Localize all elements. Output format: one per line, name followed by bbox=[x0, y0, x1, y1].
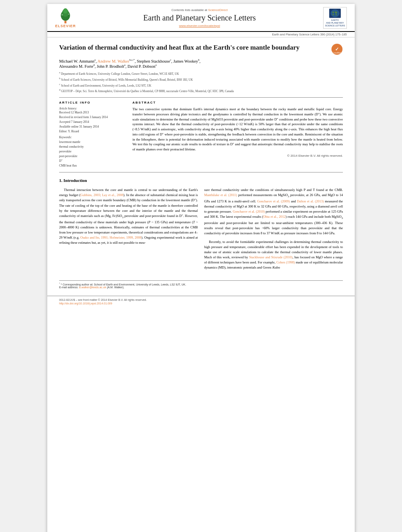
ref-ohta[interactable]: Ohta et al., 2012 bbox=[263, 215, 286, 219]
affiliation-item: d GEOTOP – Dépt. Sci. Terre & Atmosphère… bbox=[59, 88, 343, 93]
section-introduction: 1. Introduction Thermal interaction betw… bbox=[59, 178, 343, 271]
section-1-heading: 1. Introduction bbox=[59, 178, 343, 183]
abstract-column: ABSTRACT The two convective systems that… bbox=[132, 101, 343, 168]
received-date: Received 12 March 2013 bbox=[59, 111, 126, 114]
author-walker[interactable]: Andrew M. Walker bbox=[97, 59, 129, 63]
page-footer: 0012-821X/$ – see front matter © 2014 El… bbox=[47, 296, 355, 310]
keyword-item: lowermost mantle bbox=[59, 140, 126, 145]
abstract-text: The two convective systems that dominate… bbox=[132, 107, 343, 152]
available-date: Available online 31 January 2014 bbox=[59, 125, 126, 128]
keyword-item: post-perovskite bbox=[59, 154, 126, 159]
affiliation-item: c School of Earth and Environment, Unive… bbox=[59, 82, 343, 88]
copyright-line: © 2014 Elsevier B.V. All rights reserved… bbox=[132, 154, 343, 158]
ref-dalton[interactable]: Dalton et al. (2013) bbox=[297, 199, 324, 203]
accepted-date: Accepted 7 January 2014 bbox=[59, 120, 126, 124]
author-brodholt: John P. Brodholt bbox=[97, 64, 124, 68]
sciencedirect-link[interactable]: ScienceDirect bbox=[208, 8, 227, 12]
earth-journal-logo: EARTHAND PLANETARYSCIENCE LETTERS bbox=[323, 7, 347, 29]
ref-manthilake[interactable]: Manthilake et al. (2011) bbox=[204, 193, 237, 197]
revised-date: Received in revised form 3 January 2014 bbox=[59, 115, 126, 119]
history-label: Article history: bbox=[59, 107, 126, 110]
keyword-item: thermal conductivity bbox=[59, 145, 126, 149]
svg-text:✓: ✓ bbox=[335, 46, 339, 52]
ref-gubbins-2003[interactable]: Gubbins, 2003; bbox=[80, 193, 101, 197]
svg-rect-0 bbox=[65, 20, 67, 23]
ref-osako[interactable]: Osako and Ito, 1991; bbox=[80, 235, 109, 239]
elsevier-wordmark: ELSEVIER bbox=[55, 24, 76, 28]
journal-header: ELSEVIER Contents lists available at Sci… bbox=[47, 4, 355, 32]
keyword-item: CMB heat flux bbox=[59, 163, 126, 168]
author-forte: Alessandro M. Forte bbox=[59, 64, 93, 68]
keywords-label: Keywords: bbox=[59, 135, 126, 139]
article-title: Variation of thermal conductivity and he… bbox=[59, 43, 327, 52]
keywords-list: lowermost mantlethermal conductivitypero… bbox=[59, 140, 126, 168]
ref-stackhouse[interactable]: Stackhouse and Stixrude (2010) bbox=[249, 255, 292, 259]
editor: Editor: Y. Ricard bbox=[59, 130, 126, 133]
ref-lay-2008[interactable]: Lay et al., 2008 bbox=[102, 193, 123, 197]
doi-line[interactable]: http://dx.doi.org/10.1016/j.epsl.2014.01… bbox=[59, 302, 343, 305]
author-dobson: David P. Dobson bbox=[127, 64, 155, 68]
author-stackhouse: Stephen Stackhouse bbox=[137, 59, 170, 63]
svg-text:CrossMark: CrossMark bbox=[332, 52, 342, 54]
earth-logo-text: EARTHAND PLANETARYSCIENCE LETTERS bbox=[325, 19, 345, 27]
article-info-abstract: ARTICLE INFO Article history: Received 1… bbox=[59, 101, 343, 168]
author-wookey: James Wookey bbox=[173, 59, 198, 63]
email-line: E-mail address: a.walker@leeds.ac.uk (A.… bbox=[59, 286, 343, 289]
article-content: Variation of thermal conductivity and he… bbox=[47, 37, 355, 276]
email-link[interactable]: a.walker@leeds.ac.uk bbox=[79, 286, 106, 289]
intro-col2-para2: Recently, to avoid the formidable experi… bbox=[204, 239, 343, 271]
author-ammann: Michael W. Ammann bbox=[59, 59, 95, 63]
ref-goncharov-2010[interactable]: Goncharov et al. (2010) bbox=[233, 209, 264, 213]
page: ELSEVIER Contents lists available at Sci… bbox=[47, 4, 355, 532]
contents-text: Contents lists available at ScienceDirec… bbox=[80, 8, 319, 12]
intro-col-left: Thermal interaction between the core and… bbox=[59, 187, 198, 271]
intro-col2-para1: sure thermal conductivity under the cond… bbox=[204, 187, 343, 236]
journal-title: Earth and Planetary Science Letters bbox=[80, 13, 319, 22]
volume-info: Earth and Planetary Science Letters 390 … bbox=[47, 32, 355, 37]
ref-hofmeister[interactable]: Hofmeister, 1999, 2008 bbox=[110, 235, 141, 239]
ref-cohen[interactable]: Cohen (1998) bbox=[276, 260, 295, 264]
crossmark-badge[interactable]: ✓ CrossMark bbox=[331, 43, 343, 55]
intro-two-col: Thermal interaction between the core and… bbox=[59, 187, 343, 271]
svg-point-4 bbox=[61, 14, 63, 15]
intro-col-right: sure thermal conductivity under the cond… bbox=[204, 187, 343, 271]
journal-url[interactable]: www.elsevier.com/locate/epsl bbox=[80, 24, 319, 28]
footnote-star: * * Corresponding author at: School of E… bbox=[59, 282, 343, 286]
title-section: Variation of thermal conductivity and he… bbox=[59, 43, 343, 55]
affiliation-item: a Department of Earth Sciences, Universi… bbox=[59, 70, 343, 76]
keyword-item: D″ bbox=[59, 159, 126, 163]
svg-point-5 bbox=[68, 13, 69, 15]
article-info-label: ARTICLE INFO bbox=[59, 101, 126, 104]
svg-point-3 bbox=[63, 8, 68, 13]
affiliations: a Department of Earth Sciences, Universi… bbox=[59, 70, 343, 93]
abstract-label: ABSTRACT bbox=[132, 101, 343, 104]
issn-line: 0012-821X/$ – see front matter © 2014 El… bbox=[59, 298, 343, 301]
header-center: Contents lists available at ScienceDirec… bbox=[76, 8, 323, 28]
affiliation-item: b School of Earth Sciences, University o… bbox=[59, 76, 343, 82]
divider-2 bbox=[59, 172, 343, 172]
elsevier-logo: ELSEVIER bbox=[55, 8, 76, 28]
footnote-section: * * Corresponding author at: School of E… bbox=[59, 280, 343, 289]
article-info-column: ARTICLE INFO Article history: Received 1… bbox=[59, 101, 126, 168]
divider-1 bbox=[59, 97, 343, 98]
ref-goncharov-2009[interactable]: Goncharov et al. (2009) bbox=[257, 199, 290, 203]
keyword-item: perovskite bbox=[59, 149, 126, 154]
intro-col1-para1: Thermal interaction between the core and… bbox=[59, 187, 198, 245]
authors-line: Michael W. Ammanna, Andrew M. Walkerb,c,… bbox=[59, 58, 343, 68]
